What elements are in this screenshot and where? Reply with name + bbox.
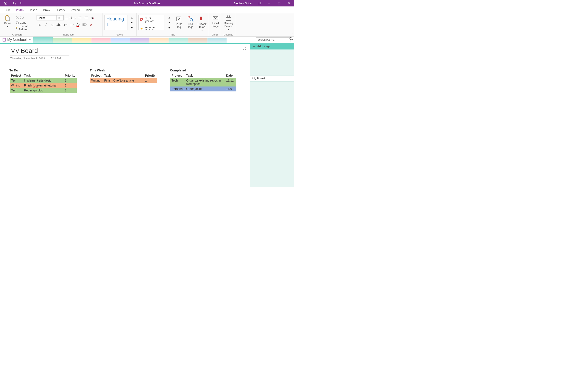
account-name[interactable]: Stephen Grice [231, 2, 254, 5]
tags-scroll-up[interactable]: ▴ [166, 15, 172, 20]
tags-expand[interactable]: ▾ [166, 25, 172, 30]
page-canvas[interactable]: My Board Thursday, November 8, 2018 7:21… [0, 43, 250, 188]
back-button[interactable] [2, 0, 10, 6]
table-cell[interactable]: Tech [170, 78, 185, 87]
styles-scroll-up[interactable]: ▴ [129, 15, 135, 20]
subscript-button[interactable]: x2▾ [62, 22, 68, 28]
todo-tag-button[interactable]: To Do Tag [174, 15, 184, 29]
table-cell[interactable]: Writing [90, 78, 103, 83]
find-tags-button[interactable]: Find Tags [186, 15, 195, 29]
font-family-select[interactable] [37, 15, 56, 21]
table-cell[interactable]: Order jacket [185, 87, 225, 91]
styles-scroll-down[interactable]: ▾ [129, 20, 135, 25]
column-table[interactable]: ProjectTaskDateTechOrganize existing rep… [170, 73, 236, 91]
tab-view[interactable]: View [83, 7, 95, 13]
tab-history[interactable]: History [53, 7, 68, 13]
tab-review[interactable]: Review [68, 7, 83, 13]
font-color-button[interactable]: A▾ [75, 22, 81, 28]
outlook-tasks-button[interactable]: Outlook Tasks ▾ [197, 15, 207, 32]
highlight-button[interactable]: ▾ [69, 22, 75, 28]
page-list-item[interactable]: My Board [250, 75, 294, 82]
table-cell[interactable]: 1 [63, 78, 77, 83]
table-header: Priority [144, 73, 157, 78]
table-row[interactable]: PersonalOrder jacket11/9 [170, 87, 236, 91]
table-cell[interactable]: Organize existing repos in workspace [185, 78, 225, 87]
table-row[interactable]: TechOrganize existing repos in workspace… [170, 78, 236, 87]
bullets-button[interactable]: ▾ [64, 15, 70, 21]
table-cell[interactable]: Finish OneNote article [103, 78, 144, 83]
table-row[interactable]: TechImplement site design1 [10, 78, 77, 83]
email-page-button[interactable]: Email Page [211, 14, 220, 28]
meeting-details-button[interactable]: Meeting Details ▾ [223, 14, 234, 31]
tag-important[interactable]: Important (Ctrl+2) [139, 24, 164, 30]
fullscreen-icon[interactable] [243, 47, 246, 50]
styles-expand[interactable]: ▾ [129, 25, 135, 30]
section-tab-1[interactable] [53, 38, 72, 43]
minimize-button[interactable] [264, 0, 274, 6]
styles-gallery[interactable]: Heading 1 Heading 2 [105, 15, 127, 30]
table-cell[interactable]: 11/9 [225, 87, 236, 91]
style-heading1[interactable]: Heading 1 [105, 15, 127, 28]
table-cell[interactable]: 2 [63, 83, 77, 88]
tags-gallery[interactable]: To Do (Ctrl+1) Important (Ctrl+2) [138, 15, 164, 30]
section-tab-2[interactable] [72, 38, 91, 43]
tag-todo[interactable]: To Do (Ctrl+1) [139, 15, 164, 24]
table-cell[interactable]: 3 [63, 88, 77, 93]
tab-home[interactable]: Home [13, 7, 27, 13]
search-icon[interactable] [289, 37, 293, 41]
add-page-button[interactable]: ＋ Add Page [250, 43, 294, 49]
table-cell[interactable]: Tech [10, 78, 22, 83]
maximize-button[interactable] [274, 0, 284, 6]
table-cell[interactable]: Implement site design [22, 78, 63, 83]
tab-file[interactable]: File [3, 7, 13, 13]
close-button[interactable] [284, 0, 294, 6]
tab-insert[interactable]: Insert [27, 7, 40, 13]
table-cell[interactable]: Finish foss-email tutorial [22, 83, 63, 88]
column-table[interactable]: ProjectTaskPriorityWritingFinish OneNote… [90, 73, 157, 83]
section-tab-8[interactable] [188, 38, 207, 43]
cut-button[interactable]: Cut [15, 15, 33, 20]
strikethrough-button[interactable]: abc [56, 22, 62, 28]
table-cell[interactable]: Writing [10, 83, 22, 88]
section-tab-6[interactable] [149, 38, 169, 43]
section-tab-0[interactable] [33, 37, 53, 43]
qat-customize[interactable] [19, 0, 22, 6]
search-input[interactable] [256, 37, 291, 42]
table-cell[interactable]: Personal [170, 87, 185, 91]
underline-button[interactable]: U [49, 22, 55, 28]
table-row[interactable]: WritingFinish OneNote article1 [90, 78, 157, 83]
column-title: Completed [170, 69, 236, 72]
table-row[interactable]: WritingFinish foss-email tutorial2 [10, 83, 77, 88]
table-cell[interactable]: 11/11 [225, 78, 236, 87]
table-cell[interactable]: 1 [144, 78, 157, 83]
numbering-button[interactable]: 123▾ [71, 15, 76, 21]
notebook-picker[interactable]: My Notebook ▼ [0, 37, 33, 43]
italic-button[interactable]: I [43, 22, 49, 28]
page-title[interactable]: My Board [10, 47, 69, 55]
ribbon-display-options[interactable] [254, 0, 264, 6]
bold-button[interactable]: B [37, 22, 42, 28]
indent-button[interactable] [83, 15, 89, 21]
tags-scroll-down[interactable]: ▾ [166, 20, 172, 25]
clear-formatting-button[interactable]: A⊘ [90, 15, 96, 21]
section-tab-5[interactable] [130, 38, 149, 43]
align-button[interactable]: ▾ [82, 22, 88, 28]
copy-button[interactable]: Copy [15, 20, 33, 25]
undo-button[interactable] [10, 0, 18, 6]
section-tab-3[interactable] [91, 38, 111, 43]
section-tab-4[interactable] [111, 38, 130, 43]
format-painter-button[interactable]: Format Painter [15, 25, 33, 30]
table-row[interactable]: TechRedesign blog3 [10, 88, 77, 93]
outdent-button[interactable] [77, 15, 83, 21]
collapse-ribbon-button[interactable]: ˄ [292, 33, 293, 35]
table-cell[interactable]: Tech [10, 88, 22, 93]
delete-button[interactable] [88, 22, 94, 28]
style-heading2[interactable]: Heading 2 [105, 28, 127, 30]
table-cell[interactable]: Redesign blog [22, 88, 63, 93]
font-size-select[interactable] [56, 15, 64, 21]
tab-draw[interactable]: Draw [40, 7, 53, 13]
section-tab-7[interactable] [169, 38, 188, 43]
column-table[interactable]: ProjectTaskPriorityTechImplement site de… [10, 73, 77, 93]
section-tab-9[interactable] [207, 38, 227, 43]
paste-button[interactable]: Paste ▾ [2, 14, 13, 28]
